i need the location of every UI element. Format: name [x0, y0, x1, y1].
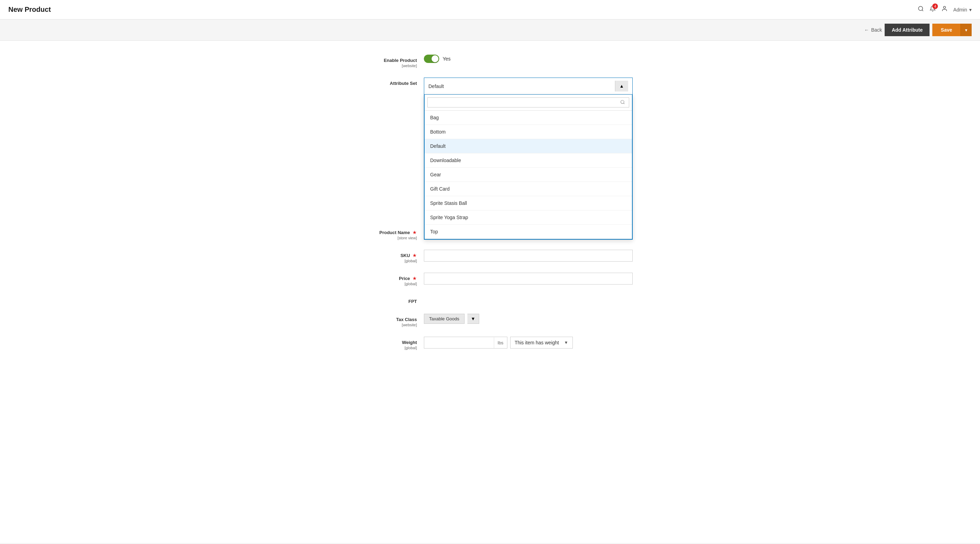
- toggle-row: Yes: [424, 55, 633, 63]
- option-sprite-yoga-strap[interactable]: Sprite Yoga Strap: [425, 211, 632, 225]
- search-icon-dropdown: [620, 100, 625, 105]
- dropdown-search-area: [425, 95, 632, 111]
- fpt-row: FPT: [347, 296, 633, 304]
- save-button[interactable]: Save: [932, 24, 961, 36]
- svg-point-3: [621, 100, 624, 103]
- option-gift-card[interactable]: Gift Card: [425, 182, 632, 196]
- dropdown-search-input[interactable]: [427, 97, 629, 108]
- weight-sublabel: [global]: [347, 346, 417, 350]
- product-name-required: ★: [412, 230, 417, 235]
- sku-row: SKU ★ [global]: [347, 250, 633, 263]
- main-content: Enable Product [website] Yes Attribute S…: [0, 41, 980, 543]
- attribute-set-arrow[interactable]: ▲: [615, 81, 628, 92]
- weight-type-chevron-icon: ▼: [564, 340, 568, 345]
- option-gear[interactable]: Gear: [425, 168, 632, 182]
- save-button-group: Save ▾: [932, 24, 972, 36]
- option-downloadable[interactable]: Downloadable: [425, 153, 632, 168]
- svg-line-1: [922, 10, 923, 11]
- product-name-label: Product Name: [379, 230, 410, 235]
- svg-line-4: [624, 103, 625, 104]
- enable-product-label: Enable Product: [384, 58, 417, 63]
- taxable-wrapper: Taxable Goods ▼: [424, 314, 633, 324]
- user-name: Admin: [953, 7, 967, 13]
- product-name-sublabel: [store view]: [347, 236, 417, 240]
- enable-product-toggle[interactable]: [424, 55, 439, 63]
- save-dropdown-icon: ▾: [965, 27, 967, 33]
- sku-label-group: SKU ★ [global]: [347, 250, 424, 263]
- enable-product-label-group: Enable Product [website]: [347, 55, 424, 68]
- attribute-set-options: Bag Bottom Default Downloadable Gear Gif…: [425, 111, 632, 239]
- svg-point-0: [919, 6, 923, 10]
- notification-badge: 4: [932, 3, 938, 9]
- option-bag[interactable]: Bag: [425, 111, 632, 125]
- weight-input[interactable]: [424, 337, 494, 348]
- search-icon[interactable]: [918, 6, 924, 14]
- attribute-set-value: Default: [428, 84, 615, 89]
- weight-input-wrapper: lbs: [424, 337, 508, 349]
- tax-class-row: Tax Class [website] Taxable Goods ▼: [347, 314, 633, 327]
- sku-required: ★: [412, 252, 417, 258]
- add-attribute-button[interactable]: Add Attribute: [885, 24, 929, 36]
- back-arrow-icon: ←: [864, 27, 869, 33]
- enable-product-row: Enable Product [website] Yes: [347, 55, 633, 68]
- page-title: New Product: [8, 6, 918, 14]
- product-name-label-group: Product Name ★ [store view]: [347, 227, 424, 240]
- weight-type-label: This item has weight: [515, 340, 562, 346]
- tax-class-label: Tax Class: [396, 317, 417, 322]
- price-input[interactable]: [424, 273, 633, 284]
- price-required: ★: [412, 276, 417, 281]
- weight-unit: lbs: [494, 338, 507, 348]
- svg-point-2: [943, 6, 945, 8]
- weight-type-select[interactable]: This item has weight ▼: [510, 337, 573, 349]
- price-row: Price ★ [global]: [347, 273, 633, 286]
- weight-control: lbs This item has weight ▼: [424, 337, 633, 349]
- option-default[interactable]: Default: [425, 139, 632, 153]
- fpt-label: FPT: [408, 299, 417, 304]
- weight-row: Weight [global] lbs This item has weight…: [347, 337, 633, 350]
- action-bar: ← Back Add Attribute Save ▾: [0, 19, 980, 41]
- option-top[interactable]: Top: [425, 225, 632, 239]
- sku-input[interactable]: [424, 250, 633, 262]
- option-bottom[interactable]: Bottom: [425, 125, 632, 139]
- user-dropdown-icon: ▾: [969, 7, 972, 13]
- price-control: [424, 273, 633, 284]
- attribute-set-label-group: Attribute Set: [347, 78, 424, 86]
- attribute-set-row: Attribute Set Default ▲: [347, 78, 633, 95]
- price-sublabel: [global]: [347, 282, 417, 286]
- sku-label: SKU: [401, 253, 410, 258]
- attribute-set-control: Default ▲: [424, 78, 633, 95]
- option-sprite-stasis-ball[interactable]: Sprite Stasis Ball: [425, 196, 632, 211]
- attribute-set-select[interactable]: Default ▲: [424, 78, 633, 95]
- attribute-set-label: Attribute Set: [390, 81, 417, 86]
- tax-class-dropdown-button[interactable]: ▼: [468, 314, 479, 324]
- save-dropdown-button[interactable]: ▾: [961, 24, 972, 36]
- attribute-set-dropdown: Bag Bottom Default Downloadable Gear Gif…: [424, 95, 633, 239]
- enable-product-value: Yes: [443, 56, 451, 62]
- weight-label: Weight: [402, 340, 417, 345]
- sku-control: [424, 250, 633, 262]
- enable-product-sublabel: [website]: [347, 63, 417, 68]
- back-label: Back: [871, 27, 882, 33]
- enable-product-control: Yes: [424, 55, 633, 63]
- tax-class-value: Taxable Goods: [424, 314, 465, 324]
- tax-class-sublabel: [website]: [347, 323, 417, 327]
- form-section: Enable Product [website] Yes Attribute S…: [333, 55, 647, 350]
- tax-class-arrow-icon: ▼: [471, 316, 476, 321]
- user-menu[interactable]: Admin ▾: [953, 7, 972, 13]
- attribute-set-wrapper: Default ▲: [424, 78, 633, 95]
- toggle-thumb: [431, 55, 439, 62]
- tax-class-label-group: Tax Class [website]: [347, 314, 424, 327]
- back-button[interactable]: ← Back: [864, 27, 882, 33]
- price-label-group: Price ★ [global]: [347, 273, 424, 286]
- header-icons: 4 Admin ▾: [918, 6, 972, 14]
- tax-class-control: Taxable Goods ▼: [424, 314, 633, 324]
- arrow-up-icon: ▲: [619, 84, 624, 89]
- fpt-label-group: FPT: [347, 296, 424, 304]
- user-icon[interactable]: [941, 6, 948, 14]
- notification-icon[interactable]: 4: [929, 6, 936, 14]
- weight-label-group: Weight [global]: [347, 337, 424, 350]
- weight-input-row: lbs This item has weight ▼: [424, 337, 633, 349]
- sku-sublabel: [global]: [347, 259, 417, 263]
- header: New Product 4 Admin ▾: [0, 0, 980, 19]
- price-label: Price: [399, 276, 410, 281]
